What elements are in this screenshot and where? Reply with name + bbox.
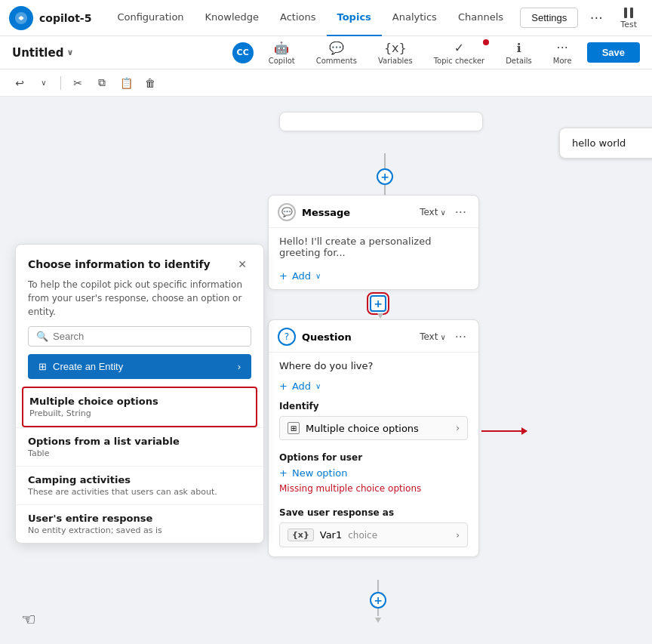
message-icon: 💬 xyxy=(278,203,296,221)
save-button[interactable]: Save xyxy=(587,42,640,63)
title-chevron-icon[interactable]: ∨ xyxy=(66,48,73,57)
canvas: Phrases hello world + 💬 Message Text ∨ ·… xyxy=(0,97,652,644)
missing-warning: Missing multiple choice options xyxy=(279,483,468,494)
panel-header: Choose information to identify ✕ xyxy=(16,245,263,278)
topic-checker-icon: ✓ xyxy=(454,41,464,55)
topic-checker-button[interactable]: ✓ Topic checker xyxy=(428,38,491,68)
copilot-button[interactable]: 🤖 Copilot xyxy=(263,38,301,68)
choose-information-panel: Choose information to identify ✕ To help… xyxy=(15,244,264,544)
question-card-header: ? Question Text ∨ ··· xyxy=(269,320,478,353)
nav-actions[interactable]: Actions xyxy=(269,0,327,36)
arrow-down-icon-2 xyxy=(377,312,384,319)
message-title: Message xyxy=(302,207,414,218)
comments-button[interactable]: 💬 Comments xyxy=(310,38,363,68)
bottom-line-2 xyxy=(377,609,379,616)
paste-button[interactable]: 📋 xyxy=(115,72,137,94)
panel-item-subtitle: Table xyxy=(28,448,251,458)
comments-icon: 💬 xyxy=(329,41,344,55)
save-response-section: Save user response as {x} Var1 choice › xyxy=(269,504,478,556)
panel-item-options-from-list[interactable]: Options from a list variable Table xyxy=(16,427,263,466)
details-button[interactable]: ℹ Details xyxy=(500,38,538,68)
svg-rect-1 xyxy=(624,8,627,18)
panel-title: Choose information to identify xyxy=(28,258,211,270)
message-type-selector[interactable]: Text ∨ xyxy=(420,207,446,217)
panel-close-button[interactable]: ✕ xyxy=(233,255,251,273)
nav-analytics[interactable]: Analytics xyxy=(382,0,447,36)
q-plus-icon: + xyxy=(279,381,288,392)
svg-rect-2 xyxy=(630,8,633,18)
panel-item-camping-activities[interactable]: Camping activities These are activities … xyxy=(16,466,263,504)
question-add-button[interactable]: + Add ∨ xyxy=(269,379,478,398)
add-button-bottom[interactable]: + xyxy=(370,592,386,609)
app-logo xyxy=(9,6,33,30)
settings-button[interactable]: Settings xyxy=(520,8,578,28)
panel-item-multiple-choice[interactable]: Multiple choice options Prebuilt, String xyxy=(22,387,257,427)
question-type-selector[interactable]: Text ∨ xyxy=(420,331,446,342)
options-section: Options for user + New option Missing mu… xyxy=(269,449,478,504)
panel-item-subtitle: No entity extraction; saved as is xyxy=(28,525,251,535)
undo-button[interactable]: ↩ xyxy=(9,72,30,94)
document-title-area: Untitled ∨ xyxy=(12,46,73,60)
question-icon: ? xyxy=(278,328,296,346)
more-button[interactable]: ··· More xyxy=(547,38,578,68)
nav-links: Configuration Knowledge Actions Topics A… xyxy=(106,0,520,36)
message-more-button[interactable]: ··· xyxy=(452,205,469,220)
identify-selector[interactable]: ⊞ Multiple choice options › xyxy=(279,416,468,440)
save-response-arrow-icon: › xyxy=(456,530,460,541)
copilot-icon: 🤖 xyxy=(274,41,289,55)
add-chevron-icon: ∨ xyxy=(315,272,321,280)
identify-icon: ⊞ xyxy=(288,422,300,434)
app-name: copilot-5 xyxy=(39,12,91,24)
add-button-highlighted[interactable]: + xyxy=(370,295,386,312)
panel-item-subtitle: Prebuilt, String xyxy=(29,408,250,418)
variables-button[interactable]: {x} Variables xyxy=(372,38,419,68)
test-icon xyxy=(622,6,635,20)
test-button[interactable]: Test xyxy=(614,3,643,32)
question-body: Where do you live? xyxy=(269,353,478,379)
search-icon: 🔍 xyxy=(36,331,48,342)
phrases-value: hello world xyxy=(559,128,652,159)
nav-knowledge[interactable]: Knowledge xyxy=(195,0,269,36)
cc-avatar[interactable]: CC xyxy=(232,42,254,63)
create-entity-button[interactable]: ⊞ Create an Entity › xyxy=(28,354,251,379)
panel-description: To help the copilot pick out specific in… xyxy=(16,278,263,326)
undo-dropdown[interactable]: ∨ xyxy=(33,72,54,94)
top-nav: copilot-5 Configuration Knowledge Action… xyxy=(0,0,652,36)
question-more-button[interactable]: ··· xyxy=(452,330,469,344)
delete-button[interactable]: 🗑 xyxy=(140,72,161,94)
new-option-plus-icon: + xyxy=(279,467,288,479)
new-option-button[interactable]: + New option xyxy=(279,467,468,479)
add-button-1[interactable]: + xyxy=(377,168,393,185)
create-entity-icon: ⊞ xyxy=(38,361,47,372)
nav-configuration[interactable]: Configuration xyxy=(106,0,194,36)
panel-item-users-entire-response[interactable]: User's entire response No entity extract… xyxy=(16,504,263,543)
identify-section: Identify ⊞ Multiple choice options › xyxy=(269,398,478,449)
toolbar-actions: CC 🤖 Copilot 💬 Comments {x} Variables ✓ … xyxy=(232,38,640,68)
panel-item-subtitle: These are activities that users can ask … xyxy=(28,487,251,497)
type-chevron-icon: ∨ xyxy=(440,208,445,217)
panel-item-title: Multiple choice options xyxy=(29,396,250,407)
toolbar-separator xyxy=(60,76,61,90)
highlight-arrow xyxy=(481,430,527,432)
create-entity-arrow-icon: › xyxy=(238,361,241,372)
save-response-selector[interactable]: {x} Var1 choice › xyxy=(279,522,468,547)
secondary-toolbar: Untitled ∨ CC 🤖 Copilot 💬 Comments {x} V… xyxy=(0,36,652,69)
document-title[interactable]: Untitled xyxy=(12,46,63,60)
copy-button[interactable]: ⧉ xyxy=(91,72,112,94)
nav-topics[interactable]: Topics xyxy=(327,0,382,36)
nav-more-button[interactable]: ··· xyxy=(584,6,608,30)
q-add-chevron-icon: ∨ xyxy=(315,382,321,390)
q-type-chevron-icon: ∨ xyxy=(440,333,445,341)
plus-icon: + xyxy=(279,270,288,282)
create-entity-left: ⊞ Create an Entity xyxy=(38,361,123,372)
question-title: Question xyxy=(302,331,414,343)
search-box[interactable]: 🔍 xyxy=(28,326,251,347)
edit-toolbar: ↩ ∨ ✂ ⧉ 📋 🗑 xyxy=(0,69,652,97)
nav-channels[interactable]: Channels xyxy=(447,0,514,36)
message-add-button[interactable]: + Add ∨ xyxy=(269,266,478,289)
cut-button[interactable]: ✂ xyxy=(67,72,88,94)
svg-marker-4 xyxy=(377,313,383,319)
message-body: Hello! I'll create a personalized greeti… xyxy=(269,228,478,266)
search-input[interactable] xyxy=(53,331,243,342)
connector-line xyxy=(384,153,386,168)
